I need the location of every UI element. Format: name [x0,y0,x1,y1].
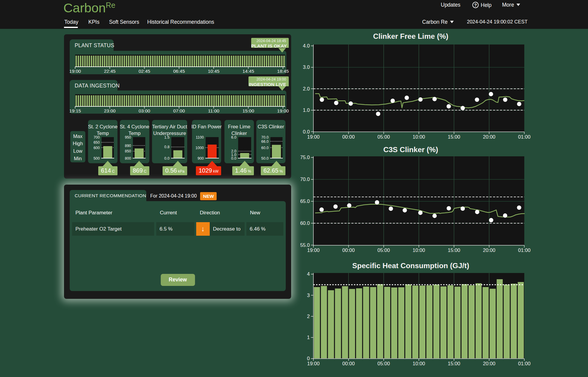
svg-text:4: 4 [307,271,310,277]
svg-text:0.0: 0.0 [303,129,310,134]
svg-text:2: 2 [307,314,310,319]
svg-text:15:00: 15:00 [448,247,460,253]
svg-text:15:00: 15:00 [448,134,460,139]
svg-text:75.0: 75.0 [300,155,310,160]
svg-text:10:00: 10:00 [413,361,425,366]
svg-text:0: 0 [307,356,310,361]
svg-text:1.0: 1.0 [303,107,310,113]
svg-text:10:00: 10:00 [413,247,425,253]
svg-text:00:00: 00:00 [342,361,355,366]
svg-text:55.0: 55.0 [300,242,310,248]
svg-text:C3S Clinker (%): C3S Clinker (%) [383,146,438,154]
svg-text:Specific Heat Consumption (GJ/: Specific Heat Consumption (GJ/t) [352,262,469,270]
svg-text:05:00: 05:00 [377,247,390,253]
svg-text:4.0: 4.0 [303,43,310,48]
svg-text:01:00: 01:00 [518,361,530,366]
svg-text:1: 1 [307,335,310,340]
svg-text:3.0: 3.0 [303,64,310,70]
svg-text:10:00: 10:00 [413,134,425,139]
svg-text:19:00: 19:00 [307,247,319,253]
svg-text:05:00: 05:00 [377,361,390,366]
svg-text:15:00: 15:00 [448,361,460,366]
svg-text:01:00: 01:00 [518,247,530,253]
svg-text:20:00: 20:00 [483,247,495,253]
svg-text:20:00: 20:00 [483,134,495,139]
svg-text:60.0: 60.0 [300,220,310,226]
svg-text:2.0: 2.0 [303,86,310,91]
svg-text:19:00: 19:00 [307,361,319,366]
svg-text:Clinker Free Lime (%): Clinker Free Lime (%) [373,32,449,40]
svg-text:01:00: 01:00 [518,134,530,139]
svg-text:20:00: 20:00 [483,361,495,366]
svg-text:3: 3 [307,293,310,298]
svg-text:65.0: 65.0 [300,198,310,204]
svg-text:70.0: 70.0 [300,176,310,182]
svg-text:00:00: 00:00 [342,134,355,139]
svg-text:19:00: 19:00 [307,134,319,139]
svg-text:05:00: 05:00 [377,134,390,139]
svg-text:00:00: 00:00 [342,247,355,253]
